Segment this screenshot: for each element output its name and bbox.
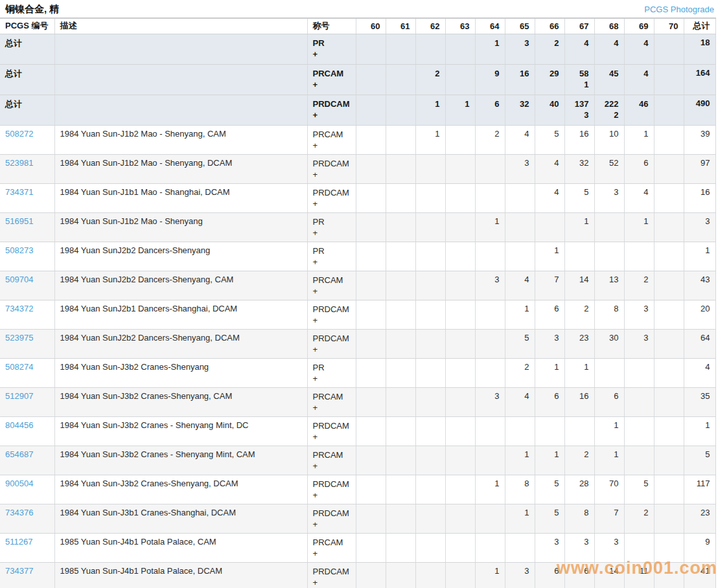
grade-60-cell: [356, 329, 386, 358]
grade-count: 2: [540, 38, 559, 49]
grade-61-cell: [386, 125, 415, 154]
column-header-61: 61: [386, 18, 415, 34]
total-cell: 164: [684, 64, 715, 95]
pcgs-number-link[interactable]: 900504: [5, 479, 33, 488]
designation-cell: PRDCAM+: [307, 183, 356, 212]
grade-64-cell: [475, 300, 505, 329]
column-header-64: 64: [475, 18, 505, 34]
column-header-62: 62: [415, 18, 445, 34]
grade-66-cell: [535, 212, 564, 242]
grade-62-cell: [415, 475, 445, 504]
photograde-link[interactable]: PCGS Photograde: [644, 5, 714, 14]
summary-row-prdcam: 总计PRDCAM+11632401373222246490: [0, 95, 715, 125]
pcgs-number-cell: 734377: [0, 562, 54, 588]
total-cell: 117: [684, 475, 715, 504]
table-row: 7343711984 Yuan Sun-J1b1 Mao - Shanghai,…: [0, 183, 715, 212]
pcgs-number-link[interactable]: 734371: [5, 187, 33, 197]
grade-68-cell: 14: [594, 562, 624, 588]
grade-62-cell: [415, 387, 445, 416]
grade-61-cell: [386, 242, 415, 271]
description-cell: 1984 Yuan Sun-J3b2 Cranes-Shenyang, DCAM: [54, 475, 307, 504]
pcgs-number-link[interactable]: 512907: [5, 391, 33, 401]
column-header-65: 65: [505, 18, 535, 34]
grade-61-cell: [386, 300, 415, 329]
pcgs-number-link[interactable]: 654687: [5, 449, 33, 459]
grade-64-cell: 1: [475, 475, 505, 504]
grade-61-cell: [386, 358, 415, 387]
grade-69-cell: 5: [624, 475, 654, 504]
column-header-70: 70: [654, 18, 684, 34]
summary-row-prcam: 总计PRCAM+291629581454164: [0, 64, 715, 95]
grade-69-cell: 6: [624, 154, 654, 183]
grade-count: 222: [600, 98, 619, 109]
total-cell: 4: [684, 358, 715, 387]
grade-68-cell: 10: [594, 125, 624, 154]
column-header-description: 描述: [54, 18, 307, 34]
grade-61-cell: [386, 212, 415, 242]
pcgs-number-link[interactable]: 523975: [5, 333, 33, 343]
column-header-68: 68: [594, 18, 624, 34]
total-cell: 1: [684, 242, 715, 271]
designation-text: PRDCAM: [313, 508, 351, 519]
page-title: 铜镍合金, 精: [5, 3, 59, 16]
grade-67-cell: 1: [564, 358, 594, 387]
designation-cell: PRCAM+: [307, 446, 356, 475]
plus-indicator: +: [313, 548, 351, 559]
pcgs-number-cell: 523975: [0, 329, 54, 358]
description-cell: 1984 Yuan Sun-J1b2 Mao - Shenyang, CAM: [54, 125, 307, 154]
pcgs-number-link[interactable]: 523981: [5, 158, 33, 168]
pcgs-number-link[interactable]: 509704: [5, 275, 33, 284]
pcgs-number-link[interactable]: 734376: [5, 508, 33, 517]
total-cell: 3: [684, 212, 715, 242]
designation-cell: PRDCAM+: [307, 416, 356, 446]
total-cell: 9: [684, 533, 715, 562]
grade-64-cell: 6: [475, 95, 505, 125]
grade-61-cell: [386, 64, 415, 95]
pcgs-number-link[interactable]: 511267: [5, 537, 32, 547]
pcgs-number-link[interactable]: 516951: [5, 216, 33, 226]
pcgs-number-link[interactable]: 508272: [5, 129, 33, 139]
total-cell: 43: [684, 271, 715, 300]
designation-text: PR: [313, 38, 351, 49]
plus-indicator: +: [313, 431, 351, 442]
grade-65-cell: 2: [505, 358, 535, 387]
pcgs-number-link[interactable]: 734377: [5, 566, 33, 576]
grade-63-cell: [445, 300, 475, 329]
grade-69-cell: 1: [624, 125, 654, 154]
grade-70-cell: [654, 183, 684, 212]
grade-62-cell: [415, 300, 445, 329]
grade-62-cell: [415, 34, 445, 64]
grade-70-cell: [654, 533, 684, 562]
pcgs-number-cell: 509704: [0, 271, 54, 300]
grade-69-cell: 46: [624, 95, 654, 125]
grade-69-cell: [624, 416, 654, 446]
designation-cell: PRCAM+: [307, 271, 356, 300]
pcgs-number-cell: 508273: [0, 242, 54, 271]
grade-70-cell: [654, 212, 684, 242]
pcgs-number-link[interactable]: 804456: [5, 420, 33, 430]
designation-cell: PRDCAM+: [307, 475, 356, 504]
pcgs-number-link[interactable]: 508273: [5, 245, 33, 255]
description-cell: 1985 Yuan Sun-J4b1 Potala Palace, CAM: [54, 533, 307, 562]
grade-64-cell: 2: [475, 125, 505, 154]
grade-66-cell: 40: [535, 95, 564, 125]
pcgs-number-link[interactable]: 508274: [5, 362, 33, 372]
grade-60-cell: [356, 387, 386, 416]
pcgs-number-cell: 516951: [0, 212, 54, 242]
total-cell: 18: [684, 34, 715, 64]
grade-67-cell: 1: [564, 212, 594, 242]
pcgs-number-link[interactable]: 734372: [5, 304, 33, 313]
description-cell: 1984 Yuan Sun-J3b1 Cranes-Shanghai, DCAM: [54, 504, 307, 533]
grade-68-cell: 6: [594, 387, 624, 416]
grade-63-cell: [445, 446, 475, 475]
grade-63-cell: [445, 242, 475, 271]
grade-68-cell: 8: [594, 300, 624, 329]
designation-text: PRCAM: [313, 449, 351, 460]
grade-65-cell: [505, 533, 535, 562]
grade-66-cell: 3: [535, 329, 564, 358]
designation-text: PR: [313, 245, 351, 256]
table-row: 5082721984 Yuan Sun-J1b2 Mao - Shenyang,…: [0, 125, 715, 154]
grade-70-cell: [654, 416, 684, 446]
designation-text: PRDCAM: [313, 158, 351, 169]
plus-indicator: +: [313, 109, 351, 120]
